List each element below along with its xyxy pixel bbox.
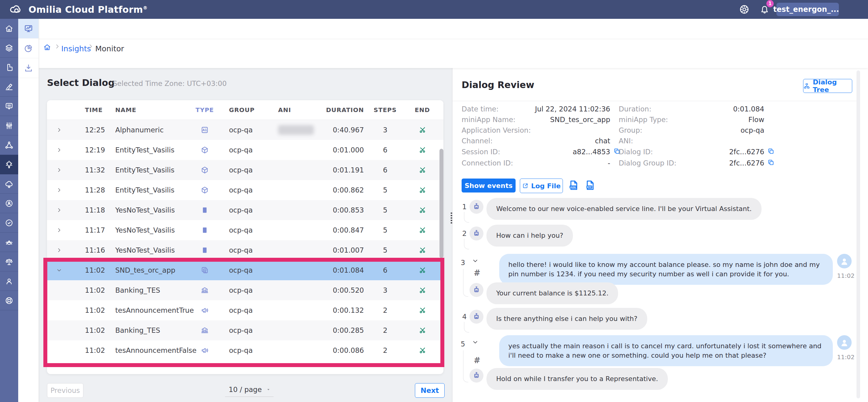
sidebar-item-sliders[interactable]	[0, 116, 18, 136]
sidebar-item-cloud-services[interactable]	[0, 174, 18, 194]
table-row[interactable]: 11:02tesAnnouncementTrueocp-qa0:00.1322	[47, 300, 443, 320]
col-time[interactable]: TIME	[71, 106, 105, 114]
compliance-scales-icon	[5, 257, 14, 266]
right-scrollbar-track[interactable]	[857, 70, 860, 398]
chevron-right-icon[interactable]	[56, 167, 62, 173]
export-json-icon[interactable]	[568, 179, 580, 191]
cell-end	[406, 146, 438, 154]
table-row[interactable]: 11:02tesAnnouncementFalseocp-qa0:00.0862	[47, 340, 443, 361]
cell-group: ocp-qa	[215, 186, 273, 194]
sidebar-item-support[interactable]	[0, 291, 18, 310]
col-steps[interactable]: STEPS	[364, 106, 406, 114]
cell-steps: 5	[364, 246, 406, 254]
breadcrumb-insights-link[interactable]: Insights	[61, 44, 91, 53]
table-row[interactable]: 11:32EntityTest_Vasilisocp-qa0:01.1916	[47, 160, 443, 180]
sidebar-item-miniapps[interactable]	[0, 58, 18, 77]
show-events-button[interactable]: Show events	[462, 178, 516, 193]
copy-icon[interactable]	[767, 148, 775, 155]
profile-icon	[5, 277, 14, 286]
cell-time: 11:02	[71, 286, 105, 294]
sidebar-item-layers[interactable]	[0, 38, 18, 58]
expander-cell[interactable]	[47, 187, 71, 193]
step-number: 5	[461, 340, 465, 348]
sidebar-item-user-settings[interactable]	[0, 194, 18, 213]
col-name[interactable]: NAME	[105, 106, 194, 114]
chevron-right-icon[interactable]	[56, 247, 62, 253]
dialog-tree-button[interactable]: Dialog Tree	[803, 79, 852, 93]
table-row[interactable]: 12:19EntityTest_Vasilisocp-qa0:01.0006	[47, 140, 443, 160]
primary-sidebar	[0, 19, 18, 402]
expander-cell[interactable]	[47, 247, 71, 253]
user-avatar	[837, 254, 851, 268]
settings-gear-icon[interactable]	[739, 4, 750, 15]
sidebar-item-insights[interactable]	[0, 155, 18, 174]
col-ani[interactable]: ANI	[273, 106, 321, 114]
expander-cell[interactable]	[47, 167, 71, 173]
page-size-select[interactable]: 10 / page	[225, 383, 274, 397]
sidebar-item-dialog-logs[interactable]	[0, 96, 18, 116]
copy-icon[interactable]	[767, 159, 775, 166]
rail-item-monitor[interactable]	[18, 19, 38, 38]
cell-name: EntityTest_Vasilis	[105, 146, 194, 154]
cell-time: 11:18	[71, 206, 105, 214]
cell-name: EntityTest_Vasilis	[105, 166, 194, 174]
sidebar-item-orchestrator[interactable]	[0, 136, 18, 155]
user-message-bubble: hello there! i would like to know my acc…	[499, 254, 833, 285]
account-menu-button[interactable]: test_energon_...	[776, 3, 839, 16]
home-icon	[5, 24, 14, 33]
cell-steps: 5	[364, 226, 406, 234]
cell-end	[406, 206, 438, 214]
sidebar-item-profile[interactable]	[0, 271, 18, 291]
page-size-value: 10 / page	[229, 385, 262, 394]
table-row[interactable]: 11:02Banking_TESocp-qa0:00.5203	[47, 280, 443, 300]
table-row[interactable]: 11:17YesNoTest_Vasilisocp-qa0:00.8475	[47, 220, 443, 240]
col-group[interactable]: GROUP	[215, 106, 273, 114]
table-row[interactable]: 11:18YesNoTest_Vasilisocp-qa0:00.8535	[47, 200, 443, 220]
table-row[interactable]: 12:25Alphanumericocp-qa0:40.9673	[47, 120, 443, 140]
table-row[interactable]: 11:02Banking_TESocp-qa0:00.2852	[47, 320, 443, 340]
collapse-chevron-icon[interactable]	[472, 257, 478, 264]
cell-end	[406, 306, 438, 314]
rail-item-reports-pie[interactable]	[18, 38, 38, 58]
chevron-right-icon[interactable]	[56, 207, 62, 213]
breadcrumb-separator-icon	[54, 43, 61, 50]
expander-cell[interactable]	[47, 147, 71, 153]
panel-drag-handle[interactable]	[451, 212, 452, 225]
chevron-right-icon[interactable]	[56, 187, 62, 193]
col-type[interactable]: TYPE	[194, 106, 215, 114]
cell-group: ocp-qa	[215, 226, 273, 234]
chevron-right-icon[interactable]	[56, 127, 62, 133]
omilia-logo-icon	[7, 3, 23, 16]
sidebar-item-home[interactable]	[0, 19, 18, 38]
cell-time: 11:16	[71, 246, 105, 254]
col-end[interactable]: END	[406, 106, 438, 114]
sidebar-item-compliance-scales[interactable]	[0, 252, 18, 271]
sidebar-item-certification-badge[interactable]	[0, 213, 18, 233]
chevron-down-icon[interactable]	[56, 267, 62, 273]
expander-cell[interactable]	[47, 267, 71, 273]
collapse-chevron-icon[interactable]	[472, 339, 478, 346]
table-row[interactable]: 11:28EntityTest_Vasilisocp-qa0:00.8625	[47, 180, 443, 200]
sidebar-item-design-tools[interactable]	[0, 77, 18, 96]
rail-item-export-download[interactable]	[18, 58, 38, 78]
chevron-right-icon[interactable]	[56, 147, 62, 153]
next-page-button[interactable]: Next	[415, 383, 445, 398]
cell-group: ocp-qa	[215, 206, 273, 214]
export-rtf-icon[interactable]	[584, 179, 596, 191]
expander-cell[interactable]	[47, 207, 71, 213]
cell-time: 12:25	[71, 126, 105, 134]
sidebar-item-integration[interactable]	[0, 233, 18, 252]
table-row[interactable]: 11:02SND_tes_orc_appocp-qa0:01.0846	[47, 260, 443, 280]
chevron-right-icon[interactable]	[56, 227, 62, 233]
log-file-button[interactable]: Log File	[520, 178, 563, 193]
table-row[interactable]: 11:16YesNoTest_Vasilisocp-qa0:01.0075	[47, 240, 443, 260]
cell-group: ocp-qa	[215, 286, 273, 294]
table-scrollbar-thumb[interactable]	[439, 149, 443, 258]
breadcrumb-home-icon[interactable]	[43, 43, 51, 51]
col-duration[interactable]: DURATION	[321, 106, 364, 114]
expander-cell[interactable]	[47, 227, 71, 233]
previous-page-button[interactable]: Previous	[47, 383, 84, 398]
cell-end	[406, 346, 438, 354]
expander-cell[interactable]	[47, 127, 71, 133]
user-settings-icon	[5, 199, 14, 208]
